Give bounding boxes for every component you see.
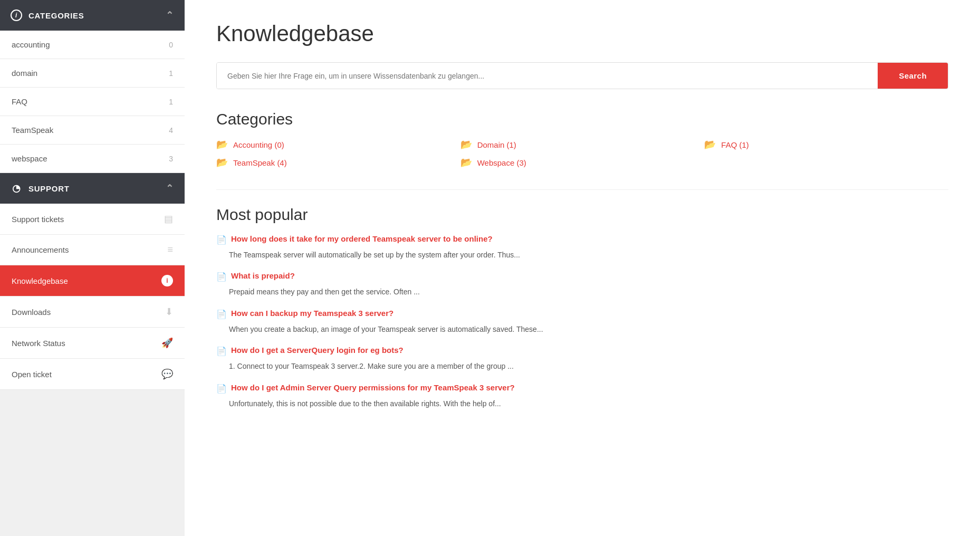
- search-bar: Search: [216, 62, 948, 89]
- article-excerpt: Unfortunately, this is not possible due …: [216, 398, 948, 409]
- main-content: Knowledgebase Search Categories 📂 Accoun…: [185, 0, 980, 536]
- popular-section-title: Most popular: [216, 206, 948, 224]
- sidebar-category-item[interactable]: domain 1: [0, 59, 185, 88]
- ticket-icon: ▤: [164, 213, 173, 225]
- globe-icon: ◔: [11, 183, 22, 194]
- folder-icon: 📂: [216, 139, 228, 150]
- category-link[interactable]: 📂 FAQ (1): [704, 139, 948, 150]
- categories-section-title: Categories: [216, 110, 948, 128]
- categories-section-header: i CATEGORIES ⌃: [0, 0, 185, 31]
- article-link[interactable]: 📄 What is prepaid?: [216, 271, 948, 282]
- sidebar-item-label: TeamSpeak: [12, 126, 53, 135]
- list-icon: ≡: [167, 244, 173, 255]
- article-title: How do I get Admin Server Query permissi…: [231, 383, 515, 392]
- article-icon: 📄: [216, 272, 227, 282]
- category-link[interactable]: 📂 TeamSpeak (4): [216, 157, 460, 168]
- sidebar-support-item-network-status[interactable]: Network Status 🚀: [0, 328, 185, 359]
- sidebar-category-item[interactable]: webspace 3: [0, 145, 185, 173]
- sidebar-support-item-knowledgebase[interactable]: Knowledgebase i: [0, 265, 185, 296]
- active-badge: i: [161, 275, 173, 286]
- article-excerpt: Prepaid means they pay and then get the …: [216, 286, 948, 298]
- article-link[interactable]: 📄 How do I get a ServerQuery login for e…: [216, 346, 948, 356]
- articles-list: 📄 How long does it take for my ordered T…: [216, 234, 948, 409]
- search-input[interactable]: [217, 63, 878, 89]
- category-link[interactable]: 📂 Accounting (0): [216, 139, 460, 150]
- article-icon: 📄: [216, 235, 227, 245]
- sidebar-item-label: accounting: [12, 40, 50, 49]
- article-icon: 📄: [216, 309, 227, 319]
- folder-icon: 📂: [216, 157, 228, 168]
- sidebar-item-label: Knowledgebase: [12, 276, 68, 285]
- page-title: Knowledgebase: [216, 21, 948, 46]
- categories-list: accounting 0 domain 1 FAQ 1 TeamSpeak 4 …: [0, 31, 185, 173]
- article-link[interactable]: 📄 How do I get Admin Server Query permis…: [216, 383, 948, 394]
- sidebar-support-item-announcements[interactable]: Announcements ≡: [0, 235, 185, 265]
- sidebar-support-item-support-tickets[interactable]: Support tickets ▤: [0, 204, 185, 235]
- sidebar-item-label: Open ticket: [12, 370, 52, 379]
- sidebar-item-count: 1: [169, 98, 173, 106]
- article-title: What is prepaid?: [231, 271, 295, 280]
- sidebar-item-label: domain: [12, 69, 37, 78]
- support-header-label: SUPPORT: [28, 184, 70, 193]
- info-icon: i: [11, 9, 22, 21]
- article-excerpt: The Teamspeak server will automatically …: [216, 249, 948, 261]
- download-icon: ⬇: [165, 306, 173, 318]
- support-section-header: ◔ SUPPORT ⌃: [0, 173, 185, 204]
- sidebar-item-count: 3: [169, 155, 173, 163]
- category-label: Webspace (3): [477, 158, 526, 167]
- article-excerpt: 1. Connect to your Teamspeak 3 server.2.…: [216, 360, 948, 372]
- category-label: Accounting (0): [233, 140, 284, 149]
- article-icon: 📄: [216, 384, 227, 394]
- article-title: How long does it take for my ordered Tea…: [231, 234, 493, 243]
- chevron-up-icon: ⌃: [166, 9, 174, 21]
- sidebar-support-item-downloads[interactable]: Downloads ⬇: [0, 296, 185, 328]
- category-link[interactable]: 📂 Webspace (3): [460, 157, 705, 168]
- article-excerpt: When you create a backup, an image of yo…: [216, 323, 948, 335]
- sidebar-item-label: Downloads: [12, 308, 51, 317]
- sidebar-item-count: 1: [169, 69, 173, 78]
- sidebar-item-count: 4: [169, 126, 173, 135]
- category-link[interactable]: 📂 Domain (1): [460, 139, 705, 150]
- sidebar-category-item[interactable]: TeamSpeak 4: [0, 116, 185, 145]
- article-icon: 📄: [216, 346, 227, 356]
- folder-icon: 📂: [704, 139, 716, 150]
- categories-header-label: CATEGORIES: [28, 11, 84, 20]
- sidebar-item-label: Announcements: [12, 245, 69, 254]
- sidebar-item-label: Support tickets: [12, 215, 64, 224]
- categories-grid: 📂 Accounting (0) 📂 Domain (1) 📂 FAQ (1) …: [216, 139, 948, 168]
- category-label: Domain (1): [477, 140, 516, 149]
- sidebar-category-item[interactable]: accounting 0: [0, 31, 185, 59]
- article-link[interactable]: 📄 How long does it take for my ordered T…: [216, 234, 948, 245]
- rocket-icon: 🚀: [161, 337, 173, 349]
- sidebar: i CATEGORIES ⌃ accounting 0 domain 1 FAQ…: [0, 0, 185, 536]
- sidebar-item-label: FAQ: [12, 97, 27, 106]
- chat-icon: 💬: [161, 368, 173, 380]
- sidebar-item-label: Network Status: [12, 339, 65, 348]
- article-title: How can I backup my Teamspeak 3 server?: [231, 309, 393, 318]
- sidebar-category-item[interactable]: FAQ 1: [0, 88, 185, 116]
- folder-icon: 📂: [460, 139, 472, 150]
- chevron-up-icon-support: ⌃: [166, 183, 174, 194]
- sidebar-support-item-open-ticket[interactable]: Open ticket 💬: [0, 359, 185, 390]
- sidebar-item-label: webspace: [12, 154, 47, 163]
- support-list: Support tickets ▤ Announcements ≡ Knowle…: [0, 204, 185, 390]
- search-button[interactable]: Search: [878, 63, 948, 89]
- category-label: TeamSpeak (4): [233, 158, 287, 167]
- category-label: FAQ (1): [721, 140, 749, 149]
- article-title: How do I get a ServerQuery login for eg …: [231, 346, 403, 355]
- article-link[interactable]: 📄 How can I backup my Teamspeak 3 server…: [216, 309, 948, 319]
- folder-icon: 📂: [460, 157, 472, 168]
- divider: [216, 189, 948, 190]
- sidebar-item-count: 0: [169, 41, 173, 49]
